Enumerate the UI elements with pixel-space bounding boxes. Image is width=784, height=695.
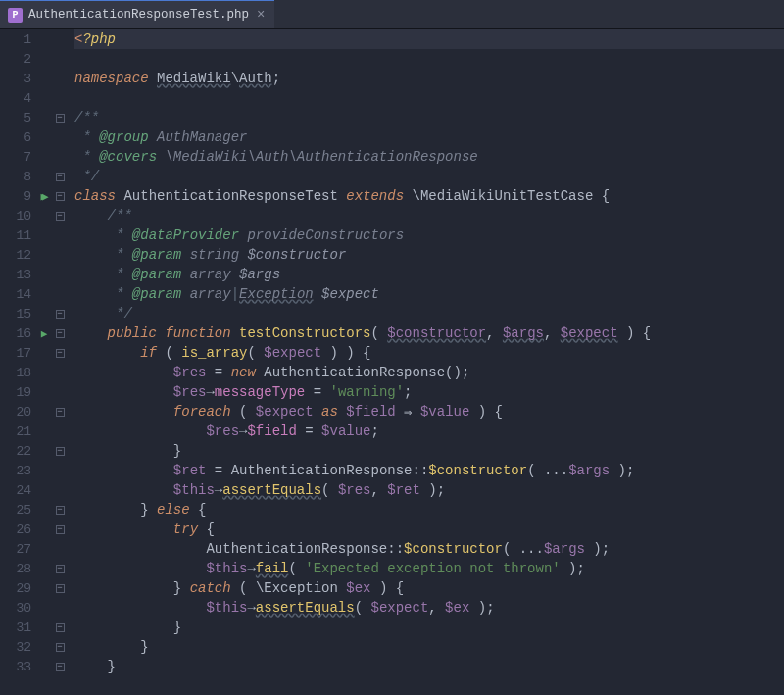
code-line[interactable]: try { [74, 520, 784, 539]
token: MediaWikiUnitTestCase [420, 188, 593, 204]
token: ) { [469, 404, 503, 420]
fold-toggle-icon[interactable]: − [56, 525, 65, 534]
token: namespace [74, 71, 157, 86]
code-line[interactable]: } [74, 441, 784, 461]
code-line[interactable]: $res = new AuthenticationResponse(); [74, 363, 784, 382]
code-line[interactable]: * @param array $args [74, 265, 784, 284]
token: { [593, 188, 610, 204]
line-number: 9 [0, 189, 35, 204]
token: * [116, 267, 132, 282]
code-line[interactable] [74, 88, 784, 108]
code-line[interactable]: <?php [74, 29, 784, 49]
fold-toggle-icon[interactable]: − [56, 329, 65, 338]
code-line[interactable]: $res→$field = $value; [74, 422, 784, 441]
code-line[interactable]: class AuthenticationResponseTest extends… [74, 186, 784, 206]
line-number: 14 [0, 287, 35, 302]
code-line[interactable]: /** [74, 108, 784, 127]
fold-toggle-icon[interactable]: − [56, 212, 65, 221]
token: 'warning' [329, 384, 404, 400]
code-line[interactable]: */ [74, 304, 784, 323]
line-number: 17 [0, 346, 35, 361]
fold-toggle-icon[interactable]: − [56, 565, 65, 573]
token: @param [132, 286, 181, 302]
fold-toggle-icon[interactable]: − [56, 192, 65, 201]
token: $args [503, 325, 544, 341]
code-line[interactable]: * @group AuthManager [74, 127, 784, 147]
token: \ [231, 71, 239, 86]
token: } [140, 639, 148, 655]
code-line[interactable]: * @param string $constructor [74, 245, 784, 265]
code-line[interactable]: $this→assertEquals( $res, $ret ); [74, 480, 784, 500]
fold-col: − [53, 192, 67, 201]
code-line[interactable]: $ret = AuthenticationResponse::$construc… [74, 461, 784, 480]
fold-col: − [53, 114, 67, 123]
fold-toggle-icon[interactable]: − [56, 173, 65, 181]
token: → [239, 423, 247, 439]
code-line[interactable]: foreach ( $expect as $field ⇒ $value ) { [74, 402, 784, 422]
code-line[interactable]: * @dataProvider provideConstructors [74, 225, 784, 245]
token: | [231, 286, 239, 302]
token [74, 443, 173, 459]
token [74, 325, 108, 341]
code-line[interactable]: $this→assertEquals( $expect, $ex ); [74, 598, 784, 618]
token: ); [420, 482, 445, 498]
code-line[interactable]: } else { [74, 500, 784, 520]
gutter-line: 20− [0, 402, 71, 422]
token: = [305, 384, 329, 400]
line-number: 13 [0, 268, 35, 282]
token: , [544, 325, 561, 341]
code-line[interactable]: } [74, 618, 784, 637]
run-test-icon[interactable]: ▶ [41, 327, 48, 340]
code-line[interactable]: public function testConstructors( $const… [74, 323, 784, 343]
code-area[interactable]: <?php namespace MediaWiki\Auth; /** * @g… [71, 29, 784, 695]
line-number: 29 [0, 581, 35, 596]
code-line[interactable]: $res→messageType = 'warning'; [74, 382, 784, 402]
run-class-icon[interactable]: ▶▶ [40, 190, 43, 203]
gutter-line: 31− [0, 618, 71, 637]
code-line[interactable]: * @covers \MediaWiki\Auth\Authentication… [74, 147, 784, 167]
token: ( [370, 325, 387, 341]
token: ( [247, 345, 264, 361]
fold-toggle-icon[interactable]: − [56, 663, 65, 671]
fold-toggle-icon[interactable]: − [56, 310, 65, 319]
gutter-line: 12 [0, 245, 71, 265]
code-line[interactable]: $this→fail( 'Expected exception not thro… [74, 559, 784, 578]
code-line[interactable]: AuthenticationResponse::$constructor( ..… [74, 539, 784, 559]
token: → [215, 482, 222, 498]
token: } [173, 443, 181, 459]
fold-toggle-icon[interactable]: − [56, 584, 65, 593]
token: < [74, 31, 82, 47]
token: ( [239, 404, 256, 420]
code-line[interactable]: /** [74, 206, 784, 225]
token: ?php [82, 31, 116, 47]
gutter-line: 8− [0, 167, 71, 186]
close-icon[interactable]: × [257, 8, 265, 22]
token: $field [346, 404, 395, 420]
editor-tab[interactable]: P AuthenticationResponseTest.php × [0, 0, 274, 28]
gutter-line: 17− [0, 343, 71, 363]
gutter-line: 9▶▶− [0, 186, 71, 206]
code-line[interactable]: */ [74, 167, 784, 186]
code-line[interactable]: * @param array|Exception $expect [74, 284, 784, 304]
gutter-line: 6 [0, 127, 71, 147]
line-number: 27 [0, 542, 35, 557]
code-line[interactable]: } [74, 637, 784, 657]
fold-col: − [53, 408, 67, 417]
fold-toggle-icon[interactable]: − [56, 349, 65, 358]
token [74, 561, 206, 576]
code-line[interactable]: if ( is_array( $expect ) ) { [74, 343, 784, 363]
token [74, 639, 140, 655]
code-line[interactable]: namespace MediaWiki\Auth; [74, 69, 784, 88]
code-line[interactable] [74, 49, 784, 69]
fold-toggle-icon[interactable]: − [56, 623, 65, 632]
token: AuthManager [157, 129, 247, 145]
token [74, 541, 206, 557]
gutter-line: 33− [0, 657, 71, 676]
fold-toggle-icon[interactable]: − [56, 408, 65, 417]
fold-toggle-icon[interactable]: − [56, 643, 65, 652]
fold-toggle-icon[interactable]: − [56, 447, 65, 456]
fold-toggle-icon[interactable]: − [56, 114, 65, 123]
code-line[interactable]: } catch ( \Exception $ex ) { [74, 578, 784, 598]
code-line[interactable]: } [74, 657, 784, 676]
fold-toggle-icon[interactable]: − [56, 506, 65, 515]
